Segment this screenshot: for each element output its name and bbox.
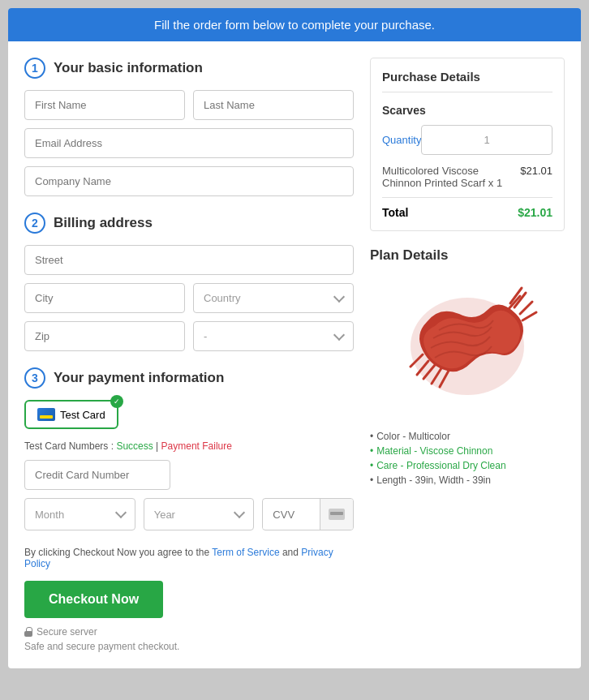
total-value: $21.01 — [518, 206, 552, 219]
cvv-wrapper — [262, 498, 354, 530]
purchase-details-title: Purchase Details — [382, 70, 552, 92]
credit-card-icon — [37, 408, 55, 421]
terms-link[interactable]: Term of Service — [212, 547, 279, 558]
qty-input[interactable] — [421, 125, 552, 155]
left-column: 1 Your basic information 2 Billi — [24, 58, 354, 652]
plan-bullet-item: Material - Viscose Chinnon — [370, 445, 565, 457]
safe-text: Safe and secure payment checkout. — [24, 641, 354, 652]
qty-label: Quantity — [382, 134, 421, 146]
section1-label: Your basic information — [54, 60, 203, 76]
section2-label: Billing address — [54, 215, 153, 231]
section2-number: 2 — [24, 213, 45, 234]
plan-bullet-list: Color - MulticolorMaterial - Viscose Chi… — [370, 431, 565, 486]
plan-bullet-item: Length - 39in, Width - 39in — [370, 475, 565, 486]
banner-text: Fill the order form below to complete yo… — [154, 18, 435, 32]
item-price: $21.01 — [520, 165, 552, 189]
checkout-button[interactable]: Checkout Now — [24, 581, 163, 618]
test-card-note-label: Test Card Numbers : — [24, 440, 114, 452]
plan-bullet-item: Care - Professional Dry Clean — [370, 460, 565, 471]
section3-label: Your payment information — [54, 370, 224, 386]
cvv-input[interactable] — [263, 500, 320, 529]
plan-details-title: Plan Details — [370, 247, 565, 264]
section3-title: 3 Your payment information — [24, 367, 354, 389]
price-row: Multicolored ViscoseChinnon Printed Scar… — [382, 165, 552, 189]
basic-info-section: 1 Your basic information — [24, 58, 354, 196]
credit-card-input[interactable] — [24, 460, 170, 490]
failure-link[interactable]: Payment Failure — [161, 440, 232, 452]
card-options: ✓ Test Card — [24, 400, 354, 429]
cc-details-row: Month Month Year Year — [24, 498, 354, 530]
company-input[interactable] — [24, 166, 354, 196]
year-select[interactable]: Year Year — [144, 498, 255, 530]
total-row: Total $21.01 — [382, 197, 552, 219]
street-input[interactable] — [24, 245, 354, 275]
secure-server-label: Secure server — [37, 626, 97, 638]
lock-icon — [24, 627, 32, 637]
name-row — [24, 90, 354, 120]
company-row — [24, 166, 354, 196]
cvv-icon-box — [320, 499, 353, 530]
section1-number: 1 — [24, 58, 45, 79]
email-row — [24, 128, 354, 158]
plan-details: Plan Details — [370, 247, 565, 486]
success-link[interactable]: Success — [116, 440, 153, 452]
cc-number-row — [24, 460, 354, 490]
plan-bullet-item: Color - Multicolor — [370, 431, 565, 442]
section3-number: 3 — [24, 367, 45, 389]
qty-row: Quantity — [382, 125, 552, 155]
month-select[interactable]: Month Month — [24, 498, 135, 530]
payment-section: 3 Your payment information ✓ Test Card T… — [24, 367, 354, 530]
country-select[interactable]: Country Country — [193, 283, 354, 313]
city-country-row: Country Country — [24, 283, 354, 313]
svg-line-4 — [522, 312, 536, 320]
last-name-input[interactable] — [193, 90, 354, 120]
check-badge-icon: ✓ — [110, 395, 123, 408]
right-column: Purchase Details Scarves Quantity Multic… — [370, 58, 565, 652]
test-card-note: Test Card Numbers : Success | Payment Fa… — [24, 440, 354, 452]
zip-input[interactable] — [24, 321, 185, 351]
billing-address-section: 2 Billing address Country Country — [24, 213, 354, 351]
top-banner: Fill the order form below to complete yo… — [8, 8, 581, 41]
purchase-details: Purchase Details Scarves Quantity Multic… — [370, 58, 565, 231]
privacy-link[interactable]: Privacy Policy — [24, 547, 333, 569]
card-option-label: Test Card — [60, 409, 105, 421]
scarf-image — [394, 273, 540, 419]
email-input[interactable] — [24, 128, 354, 158]
item-description: Multicolored ViscoseChinnon Printed Scar… — [382, 165, 520, 189]
zip-state-row: - - — [24, 321, 354, 351]
first-name-input[interactable] — [24, 90, 185, 120]
total-label: Total — [382, 206, 408, 219]
city-input[interactable] — [24, 283, 185, 313]
section1-title: 1 Your basic information — [24, 58, 354, 79]
test-card-option[interactable]: ✓ Test Card — [24, 400, 118, 429]
secure-server-row: Secure server — [24, 626, 354, 638]
cvv-card-icon — [329, 509, 345, 520]
main-content: 1 Your basic information 2 Billi — [8, 41, 581, 668]
product-name: Scarves — [382, 104, 552, 117]
section2-title: 2 Billing address — [24, 213, 354, 234]
page-wrapper: Fill the order form below to complete yo… — [8, 8, 581, 668]
street-row — [24, 245, 354, 275]
svg-line-3 — [520, 302, 532, 314]
state-select[interactable]: - - — [193, 321, 354, 351]
terms-text: By clicking Checkout Now you agree to th… — [24, 547, 354, 569]
